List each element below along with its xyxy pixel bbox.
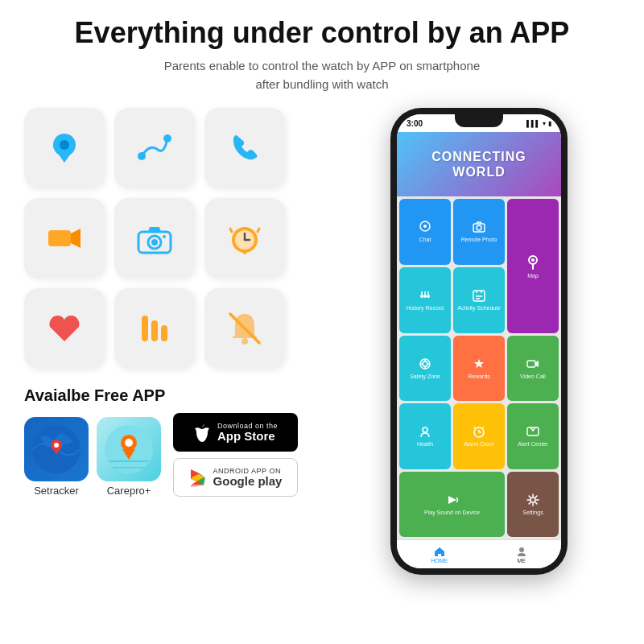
remote-photo-tile[interactable]: Remote Photo <box>453 199 505 265</box>
apple-icon <box>193 422 211 443</box>
alarm-tile-icon <box>472 424 486 439</box>
phone-bottom-nav: HOME ME <box>397 539 561 568</box>
nav-me[interactable]: ME <box>516 546 527 564</box>
bell-mute-icon <box>224 308 266 349</box>
nav-home[interactable]: HOME <box>431 546 448 564</box>
alarm-clock-icon-card <box>204 198 285 279</box>
activity-schedule-tile[interactable]: Activity Schedule <box>453 267 505 333</box>
location-icon-card <box>24 108 105 188</box>
chat-tile-label: Chat <box>419 237 431 243</box>
alarm-clock-tile-label: Alarm Clock <box>464 441 494 448</box>
svg-marker-63 <box>448 496 456 504</box>
svg-point-9 <box>151 239 158 246</box>
svg-point-23 <box>54 443 59 448</box>
settings-icon <box>526 493 540 507</box>
home-nav-icon <box>434 546 445 557</box>
carepro-block: Carepro+ <box>97 417 161 497</box>
map-tile[interactable]: Map <box>507 199 559 332</box>
phone-notch <box>455 114 503 127</box>
svg-point-41 <box>427 295 430 298</box>
filter-icon-card <box>114 288 195 369</box>
history-record-tile-label: History Record <box>407 305 444 312</box>
store-buttons: Download on the App Store <box>173 413 298 497</box>
video-call-icon <box>526 357 540 371</box>
svg-point-65 <box>519 547 524 552</box>
video-call-tile-label: Video Call <box>520 374 546 380</box>
page-subtitle: Parents enable to control the watch by A… <box>24 57 620 93</box>
setracker-label: Setracker <box>34 485 79 497</box>
settings-tile-label: Settings <box>522 510 543 516</box>
wifi-icon: ▾ <box>543 120 546 127</box>
activity-schedule-tile-label: Activity Schedule <box>457 305 500 312</box>
health-tile[interactable]: Health <box>399 403 451 469</box>
svg-rect-5 <box>48 230 71 246</box>
svg-point-33 <box>423 225 427 228</box>
signal-icon: ▌▌▌ <box>526 120 540 127</box>
alarm-clock-tile[interactable]: Alarm Clock <box>453 403 505 469</box>
page-title: Everything under control by an APP <box>24 16 620 49</box>
page: Everything under control by an APP Paren… <box>0 0 644 644</box>
me-nav-icon <box>516 546 527 557</box>
available-section: Avaialbe Free APP <box>24 386 330 497</box>
history-record-tile[interactable]: History Record <box>399 267 451 333</box>
svg-point-1 <box>60 140 69 150</box>
nav-home-label: HOME <box>431 558 448 564</box>
settings-tile[interactable]: Settings <box>507 472 559 538</box>
svg-point-51 <box>423 361 427 366</box>
alert-center-tile[interactable]: Alert Center <box>507 403 559 469</box>
svg-point-40 <box>420 295 423 298</box>
setracker-block: Setracker <box>24 417 89 497</box>
svg-point-35 <box>477 225 481 230</box>
phone-status-bar: 3:00 ▌▌▌ ▾ ▮ <box>397 114 561 132</box>
route-icon-card <box>114 108 195 188</box>
googleplay-main-text: Google play <box>213 475 283 489</box>
phone-screen: 3:00 ▌▌▌ ▾ ▮ CONNECTINGWORLD <box>397 114 561 568</box>
available-title: Avaialbe Free APP <box>24 386 330 405</box>
svg-point-37 <box>531 258 535 262</box>
googleplay-button[interactable]: ANDROID APP ON Google play <box>173 458 298 497</box>
heart-icon <box>43 308 85 349</box>
left-panel: Avaialbe Free APP <box>24 108 330 628</box>
svg-marker-2 <box>56 151 72 163</box>
video-call-tile[interactable]: Video Call <box>507 336 559 402</box>
icon-grid <box>24 108 330 369</box>
rewards-icon <box>472 357 486 371</box>
svg-point-19 <box>242 338 248 345</box>
svg-rect-18 <box>161 325 167 341</box>
svg-point-10 <box>163 235 166 238</box>
route-icon <box>134 127 175 169</box>
video-camera-icon-card <box>24 198 105 279</box>
svg-point-64 <box>530 497 535 502</box>
right-panel: 3:00 ▌▌▌ ▾ ▮ CONNECTINGWORLD <box>338 108 620 628</box>
remote-photo-tile-label: Remote Photo <box>461 237 497 243</box>
alert-center-tile-label: Alert Center <box>518 441 547 448</box>
phone-icon-card <box>204 108 285 188</box>
filter-icon <box>134 308 175 349</box>
safety-zone-tile[interactable]: Safety Zone <box>399 336 451 402</box>
main-content: Avaialbe Free APP <box>24 108 620 628</box>
svg-point-39 <box>423 295 427 298</box>
svg-point-58 <box>423 427 427 432</box>
appstore-main-text: App Store <box>217 430 278 444</box>
phone-status-icons: ▌▌▌ ▾ ▮ <box>526 120 551 127</box>
svg-point-15 <box>243 251 246 254</box>
rewards-tile[interactable]: Rewards <box>453 336 505 402</box>
video-camera-icon <box>43 217 85 259</box>
play-sound-tile-label: Play Sound on Device <box>424 510 480 516</box>
appstore-button[interactable]: Download on the App Store <box>173 413 298 452</box>
app-header-text: CONNECTINGWORLD <box>431 149 526 180</box>
google-play-icon <box>189 468 207 487</box>
history-icon <box>418 288 432 303</box>
health-icon <box>418 424 432 439</box>
googleplay-text: ANDROID APP ON Google play <box>213 467 283 489</box>
remote-photo-icon <box>472 220 486 234</box>
chat-tile[interactable]: Chat <box>399 199 451 265</box>
alarm-clock-icon <box>224 217 266 259</box>
setracker-icon <box>24 417 89 481</box>
map-icon <box>524 253 542 270</box>
play-sound-tile[interactable]: Play Sound on Device <box>399 472 505 538</box>
nav-me-label: ME <box>518 558 526 564</box>
location-pin-icon <box>43 127 85 169</box>
safety-zone-icon <box>418 357 432 371</box>
svg-rect-56 <box>527 361 535 367</box>
